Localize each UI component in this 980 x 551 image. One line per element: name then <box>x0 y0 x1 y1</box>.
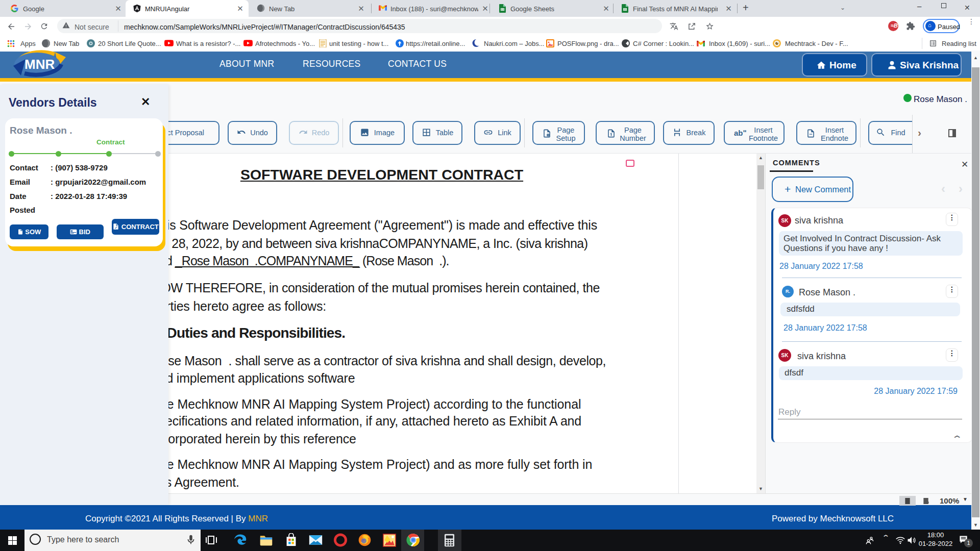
svg-text:MNR: MNR <box>24 57 55 72</box>
